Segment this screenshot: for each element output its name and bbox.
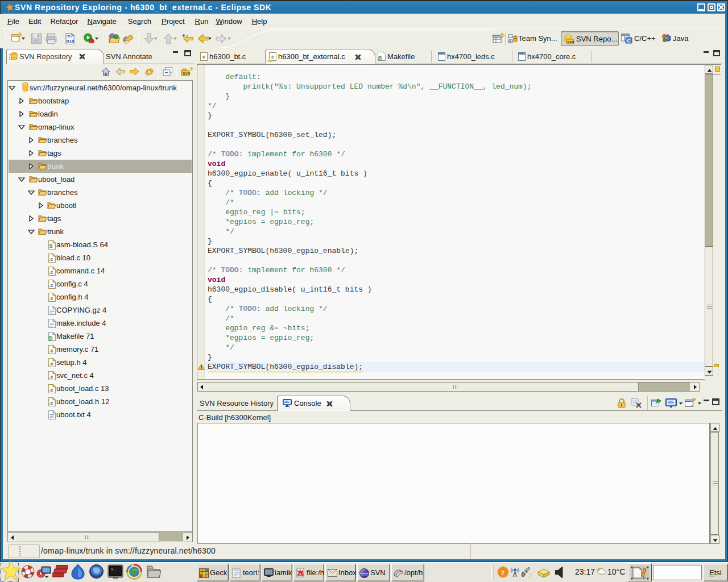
- svg-text:.c: .c: [49, 282, 53, 288]
- svg-text:.c: .c: [49, 361, 53, 367]
- svg-text:.c: .c: [49, 387, 53, 393]
- svg-text:.c: .c: [49, 374, 53, 380]
- svg-text:?: ?: [501, 568, 505, 577]
- svg-text:S: S: [49, 243, 53, 249]
- svg-text:.c: .c: [49, 400, 53, 406]
- svg-text:J: J: [668, 35, 671, 43]
- svg-text:010: 010: [67, 39, 75, 44]
- svg-text:.c: .c: [49, 269, 53, 275]
- svg-text:SVN: SVN: [567, 40, 574, 44]
- svg-text:.c: .c: [49, 348, 53, 354]
- svg-text:C: C: [627, 38, 631, 44]
- svg-text:>_: >_: [111, 567, 116, 572]
- svg-text:.c: .c: [49, 296, 53, 301]
- svg-text:SVN: SVN: [183, 72, 191, 76]
- svg-text:.c: .c: [49, 256, 53, 262]
